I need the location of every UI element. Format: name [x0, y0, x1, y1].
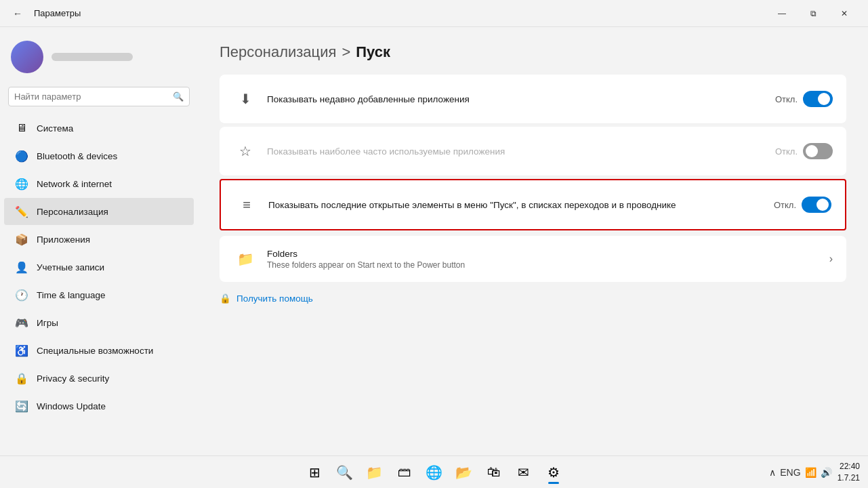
taskbar-explorer[interactable]: 📂 [451, 459, 478, 486]
close-button[interactable]: ✕ [829, 3, 860, 24]
sidebar-label-personalization: Персонализация [37, 207, 108, 217]
sidebar-item-accessibility[interactable]: ♿ Специальные возможности [4, 337, 194, 364]
breadcrumb-parent: Персонализация [220, 43, 336, 61]
most-used-toggle[interactable] [803, 143, 833, 159]
date-display: 1.7.21 [838, 472, 860, 484]
folder-info: Folders These folders appear on Start ne… [267, 249, 829, 270]
taskbar-store[interactable]: 🛍 [480, 459, 508, 486]
taskbar-center: ⊞🔍📁🗃🌐📂🛍✉⚙ [302, 459, 567, 486]
folder-icon: 📁 [233, 247, 257, 271]
taskbar-start[interactable]: ⊞ [302, 459, 329, 486]
most-used-info: Показывать наиболее часто используемые п… [267, 146, 775, 157]
recently-added-off-label: Откл. [775, 94, 798, 104]
recent-items-info: Показывать последние открытые элементы в… [268, 200, 774, 210]
sistema-icon: 🖥 [15, 121, 28, 135]
sys-icons: ∧ ENG 📶 🔊 [769, 467, 831, 478]
sidebar-item-personalization[interactable]: ✏️ Персонализация [4, 198, 194, 225]
back-button[interactable]: ← [8, 4, 27, 23]
sidebar-item-sistema[interactable]: 🖥 Система [4, 115, 194, 142]
sidebar-label-accounts: Учетные записи [37, 262, 104, 272]
personalization-icon: ✏️ [15, 205, 28, 218]
sidebar-label-network: Network & internet [37, 179, 112, 189]
breadcrumb: Персонализация > Пуск [220, 43, 846, 61]
recent-items-icon: ≡ [234, 192, 259, 217]
time-display: 22:40 [838, 461, 860, 472]
settings-rows: ⬇Показывать недавно добавленные приложен… [220, 75, 846, 230]
update-icon: 🔄 [15, 399, 28, 413]
search-icon[interactable]: 🔍 [173, 92, 184, 102]
sidebar-item-accounts[interactable]: 👤 Учетные записи [4, 253, 194, 281]
minimize-button[interactable]: — [766, 3, 798, 24]
taskbar-edge[interactable]: 🌐 [421, 459, 448, 486]
sidebar-label-time: Time & language [37, 290, 106, 300]
wifi-icon[interactable]: 📶 [805, 467, 817, 478]
sidebar-label-games: Игры [37, 318, 58, 328]
user-name [51, 53, 133, 61]
sidebar-item-privacy[interactable]: 🔒 Privacy & security [4, 365, 194, 392]
sidebar-label-bluetooth: Bluetooth & devices [37, 151, 117, 161]
recent-items-toggle[interactable] [802, 197, 831, 213]
sidebar-item-bluetooth[interactable]: 🔵 Bluetooth & devices [4, 142, 194, 169]
help-icon: 🔒 [220, 293, 231, 304]
sidebar-item-update[interactable]: 🔄 Windows Update [4, 392, 194, 420]
most-used-off-label: Откл. [775, 146, 798, 157]
taskbar: ⊞🔍📁🗃🌐📂🛍✉⚙ ∧ ENG 📶 🔊 22:40 1.7.21 [0, 455, 868, 488]
taskbar-widgets[interactable]: 🗃 [391, 459, 418, 486]
recent-items-control: Откл. [774, 197, 831, 213]
window-title: Параметры [34, 8, 81, 18]
sidebar-label-update: Windows Update [37, 401, 106, 411]
sidebar-item-network[interactable]: 🌐 Network & internet [4, 170, 194, 197]
bluetooth-icon: 🔵 [15, 149, 28, 163]
content-area: Персонализация > Пуск ⬇Показывать недавн… [198, 27, 868, 455]
most-used-title: Показывать наиболее часто используемые п… [267, 146, 775, 157]
sidebar-label-sistema: Система [37, 123, 73, 134]
sidebar-item-games[interactable]: 🎮 Игры [4, 309, 194, 336]
taskbar-time[interactable]: 22:40 1.7.21 [838, 461, 860, 484]
volume-icon[interactable]: 🔊 [821, 467, 832, 478]
chevron-right-icon: › [829, 253, 833, 265]
help-link[interactable]: 🔒 Получить помощь [220, 287, 846, 309]
window-controls: — ⧉ ✕ [766, 3, 860, 24]
user-section [0, 35, 198, 84]
sidebar-label-privacy: Privacy & security [37, 373, 109, 384]
title-bar-left: ← Параметры [8, 4, 81, 23]
taskbar-mail[interactable]: ✉ [510, 459, 537, 486]
recently-added-control: Откл. [775, 91, 833, 107]
games-icon: 🎮 [15, 316, 28, 329]
sidebar-item-apps[interactable]: 📦 Приложения [4, 226, 194, 253]
apps-icon: 📦 [15, 232, 28, 246]
sidebar-item-time[interactable]: 🕐 Time & language [4, 281, 194, 308]
recently-added-toggle[interactable] [803, 91, 833, 107]
taskbar-settings[interactable]: ⚙ [540, 459, 567, 486]
folder-desc: These folders appear on Start next to th… [267, 260, 829, 270]
recently-added-icon: ⬇ [233, 87, 257, 111]
sidebar-label-apps: Приложения [37, 235, 90, 245]
lang-indicator[interactable]: ENG [780, 467, 800, 478]
maximize-button[interactable]: ⧉ [798, 3, 829, 24]
search-box[interactable]: 🔍 [8, 87, 190, 106]
chevron-up-icon[interactable]: ∧ [769, 467, 776, 478]
setting-row-most-used: ☆Показывать наиболее часто используемые … [220, 127, 846, 176]
time-icon: 🕐 [15, 288, 28, 302]
taskbar-files[interactable]: 📁 [361, 459, 388, 486]
breadcrumb-current: Пуск [356, 43, 390, 61]
recent-items-title: Показывать последние открытые элементы в… [268, 200, 774, 210]
privacy-icon: 🔒 [15, 371, 28, 385]
title-bar: ← Параметры — ⧉ ✕ [0, 0, 868, 27]
main-layout: 🔍 🖥 Система 🔵 Bluetooth & devices 🌐 Netw… [0, 27, 868, 455]
taskbar-right: ∧ ENG 📶 🔊 22:40 1.7.21 [769, 461, 860, 484]
taskbar-search[interactable]: 🔍 [331, 459, 358, 486]
sidebar: 🔍 🖥 Система 🔵 Bluetooth & devices 🌐 Netw… [0, 27, 198, 455]
nav-list: 🖥 Система 🔵 Bluetooth & devices 🌐 Networ… [0, 115, 198, 420]
recently-added-title: Показывать недавно добавленные приложени… [267, 94, 775, 104]
most-used-icon: ☆ [233, 139, 257, 163]
recently-added-info: Показывать недавно добавленные приложени… [267, 94, 775, 104]
help-label: Получить помощь [236, 293, 313, 304]
search-input[interactable] [14, 92, 173, 102]
folders-row[interactable]: 📁 Folders These folders appear on Start … [220, 236, 846, 282]
sidebar-label-accessibility: Специальные возможности [37, 346, 153, 356]
avatar [11, 41, 43, 73]
network-icon: 🌐 [15, 177, 28, 190]
most-used-control: Откл. [775, 143, 833, 159]
breadcrumb-separator: > [342, 43, 350, 61]
